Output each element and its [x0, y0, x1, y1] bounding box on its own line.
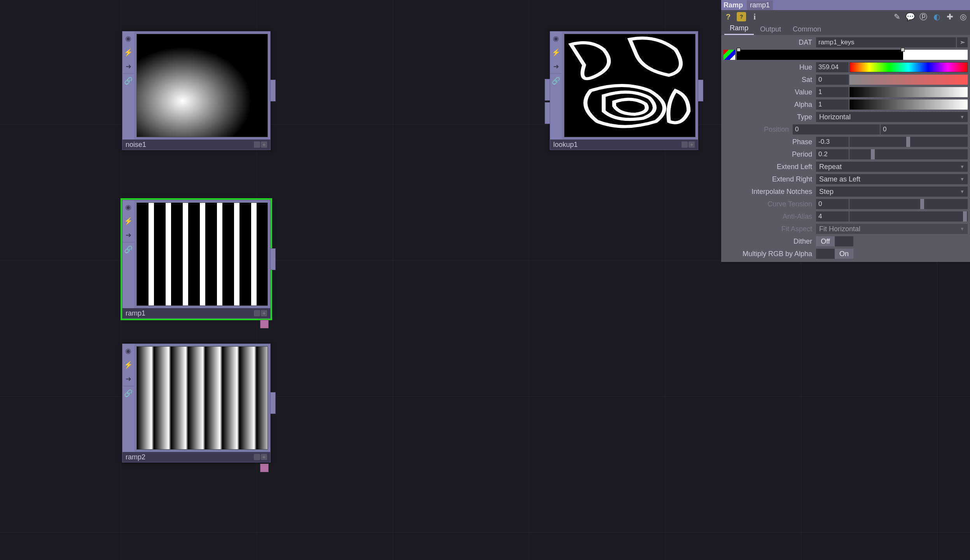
label-fit-aspect: Fit Aspect: [724, 225, 816, 233]
position-x-field[interactable]: [793, 124, 880, 134]
add-icon[interactable]: ✚: [945, 12, 954, 21]
comment-icon[interactable]: 💬: [905, 12, 915, 21]
label-extend-left: Extend Left: [724, 163, 816, 171]
chevron-down-icon: ▼: [960, 176, 965, 182]
tab-common[interactable]: Common: [787, 24, 827, 35]
gear-icon[interactable]: ◎: [958, 12, 968, 21]
language-icon[interactable]: ⓟ: [919, 12, 928, 21]
node-name[interactable]: noise1: [126, 141, 146, 149]
tab-ramp[interactable]: Ramp: [724, 23, 754, 35]
type-select[interactable]: Horizontal▼: [816, 112, 968, 122]
noise-preview: [137, 34, 267, 137]
viewer-active-icon[interactable]: ◉: [122, 200, 134, 214]
tab-output[interactable]: Output: [755, 24, 786, 35]
curve-tension-field[interactable]: [816, 199, 849, 209]
alpha-slider[interactable]: [849, 99, 968, 110]
dat-picker-icon[interactable]: ➣: [957, 37, 968, 47]
value-field[interactable]: [816, 87, 849, 97]
anti-alias-field[interactable]: [816, 211, 849, 222]
plus-icon[interactable]: +: [261, 454, 267, 460]
lock-icon[interactable]: 🔗: [550, 73, 562, 87]
color-swatch[interactable]: [724, 50, 735, 60]
flag-dot[interactable]: [254, 141, 260, 148]
output-connector[interactable]: [270, 392, 276, 414]
node-name[interactable]: ramp1: [126, 309, 145, 318]
node-preview[interactable]: [136, 202, 268, 306]
node-preview[interactable]: [136, 34, 268, 137]
input-connector-0[interactable]: [545, 79, 550, 101]
info-icon[interactable]: i: [750, 12, 759, 21]
phase-field[interactable]: [816, 137, 849, 147]
hue-field[interactable]: [816, 62, 849, 72]
dat-field[interactable]: [816, 37, 956, 47]
chevron-down-icon: ▼: [960, 189, 965, 194]
node-preview[interactable]: [564, 34, 696, 137]
gradient-handle[interactable]: [737, 48, 741, 52]
gradient-bar[interactable]: [737, 50, 968, 60]
plus-icon[interactable]: +: [261, 141, 267, 148]
flag-dot[interactable]: [254, 310, 260, 316]
label-hue: Hue: [724, 63, 816, 72]
hue-slider[interactable]: [849, 62, 968, 72]
clone-icon[interactable]: ⚡: [122, 214, 134, 228]
phase-slider[interactable]: [849, 137, 968, 147]
lock-icon[interactable]: 🔗: [122, 73, 134, 87]
help-python-icon[interactable]: ?: [737, 12, 746, 21]
bypass-icon[interactable]: ➜: [122, 59, 134, 73]
output-connector[interactable]: [270, 248, 276, 270]
bypass-icon[interactable]: ➜: [122, 228, 134, 242]
sat-slider[interactable]: [849, 75, 968, 85]
node-ramp1[interactable]: ◉ ⚡ ➜ 🔗 ramp1 +: [122, 200, 271, 319]
bypass-icon[interactable]: ➜: [122, 372, 134, 386]
dock-flag[interactable]: [260, 464, 269, 472]
python-icon[interactable]: ◐: [932, 12, 941, 21]
flag-dot[interactable]: [254, 454, 260, 460]
node-name[interactable]: ramp2: [126, 453, 145, 461]
extend-left-select[interactable]: Repeat▼: [816, 162, 968, 172]
extend-right-select[interactable]: Same as Left▼: [816, 174, 968, 184]
fit-aspect-value: Fit Horizontal: [819, 225, 860, 233]
clone-icon[interactable]: ⚡: [122, 45, 134, 59]
help-icon[interactable]: ?: [724, 12, 733, 21]
chevron-down-icon: ▼: [960, 164, 965, 169]
label-mult-rgb: Multiply RGB by Alpha: [724, 250, 816, 258]
dock-flag[interactable]: [260, 320, 269, 328]
sat-field[interactable]: [816, 75, 849, 85]
period-slider[interactable]: [849, 149, 968, 159]
output-connector[interactable]: [270, 80, 276, 101]
panel-tabs: Ramp Output Common: [721, 23, 970, 35]
edit-icon[interactable]: ✎: [892, 12, 902, 21]
plus-icon[interactable]: +: [689, 141, 695, 148]
input-connector-1[interactable]: [545, 102, 550, 124]
lock-icon[interactable]: 🔗: [122, 242, 134, 256]
node-ramp2[interactable]: ◉ ⚡ ➜ 🔗 ramp2 +: [122, 344, 271, 462]
viewer-active-icon[interactable]: ◉: [122, 344, 134, 358]
plus-icon[interactable]: +: [261, 310, 267, 316]
dither-toggle[interactable]: Off: [816, 236, 853, 246]
value-slider[interactable]: [849, 87, 968, 97]
flag-dot[interactable]: [682, 141, 688, 148]
period-field[interactable]: [816, 149, 849, 159]
extend-left-value: Repeat: [819, 163, 842, 171]
node-noise1[interactable]: ◉ ⚡ ➜ 🔗 noise1 +: [122, 31, 271, 150]
alpha-field[interactable]: [816, 99, 849, 110]
parameter-panel: Ramp ramp1 ? ? i ✎ 💬 ⓟ ◐ ✚ ◎ Ramp Output…: [721, 0, 970, 262]
node-preview[interactable]: [136, 346, 268, 450]
output-connector[interactable]: [698, 80, 703, 101]
gradient-handle[interactable]: [901, 48, 905, 52]
lock-icon[interactable]: 🔗: [122, 386, 134, 400]
bypass-icon[interactable]: ➜: [550, 59, 562, 73]
curve-tension-slider[interactable]: [849, 199, 968, 209]
clone-icon[interactable]: ⚡: [122, 358, 134, 372]
interp-select[interactable]: Step▼: [816, 187, 968, 197]
position-y-field[interactable]: [881, 124, 968, 134]
mult-rgb-toggle[interactable]: On: [816, 249, 853, 259]
op-name-field[interactable]: ramp1: [747, 0, 773, 10]
chevron-down-icon: ▼: [960, 114, 965, 120]
viewer-active-icon[interactable]: ◉: [122, 31, 134, 45]
clone-icon[interactable]: ⚡: [550, 45, 562, 59]
node-name[interactable]: lookup1: [553, 141, 578, 149]
node-lookup1[interactable]: ◉ ⚡ ➜ 🔗 lookup1 +: [550, 31, 698, 150]
anti-alias-slider[interactable]: [849, 211, 968, 222]
viewer-active-icon[interactable]: ◉: [550, 31, 562, 45]
